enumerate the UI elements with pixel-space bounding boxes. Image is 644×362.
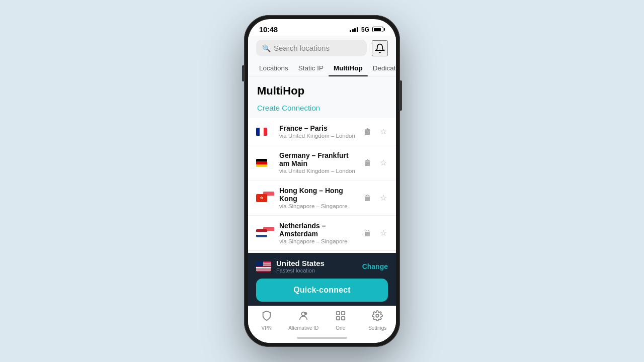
location-via: via United Kingdom – London — [279, 168, 358, 174]
svg-rect-3 — [342, 312, 345, 315]
quick-connect-button[interactable]: Quick-connect — [256, 279, 388, 302]
nav-one-label: One — [336, 325, 345, 331]
favorite-button[interactable]: ☆ — [379, 192, 388, 204]
current-info: United States Fastest location — [276, 259, 325, 274]
list-item[interactable]: Netherlands – Amsterdam via Singapore – … — [248, 216, 396, 251]
location-via: via Singapore – Singapore — [279, 203, 358, 209]
germany-flag — [256, 159, 267, 167]
tab-static-ip[interactable]: Static IP — [293, 60, 329, 76]
svg-rect-4 — [337, 317, 340, 320]
svg-point-6 — [376, 314, 379, 317]
create-connection-link[interactable]: Create Connection — [248, 100, 396, 118]
section-title: MultiHop — [248, 76, 396, 100]
nav-settings-label: Settings — [368, 325, 386, 331]
change-location-button[interactable]: Change — [362, 262, 388, 270]
bottom-card: United States Fastest location Change Qu… — [248, 253, 396, 306]
battery-icon — [372, 27, 385, 32]
location-text: Netherlands – Amsterdam via Singapore – … — [279, 222, 358, 244]
location-actions: 🗑 ☆ — [363, 157, 388, 168]
gear-icon — [372, 310, 383, 324]
flag-pair: ✿ — [256, 192, 274, 205]
tab-bar: Locations Static IP MultiHop Dedicated I… — [248, 60, 396, 76]
delete-button[interactable]: 🗑 — [363, 157, 373, 168]
bottom-nav: VPN Alternative ID — [248, 306, 396, 333]
favorite-button[interactable]: ☆ — [379, 157, 388, 168]
main-content: 🔍 Search locations Locations Static IP M… — [248, 36, 396, 343]
location-actions: 🗑 ☆ — [363, 227, 388, 239]
flag-pair — [256, 125, 274, 138]
search-icon: 🔍 — [262, 44, 271, 52]
hk-flag: ✿ — [256, 194, 267, 202]
location-actions: 🗑 ☆ — [363, 126, 388, 137]
search-input[interactable]: Search locations — [274, 44, 330, 52]
network-type: 5G — [361, 26, 369, 33]
nav-vpn[interactable]: VPN — [248, 310, 285, 331]
status-bar: 10:48 5G — [248, 19, 396, 36]
favorite-button[interactable]: ☆ — [379, 126, 388, 137]
current-country: United States — [276, 259, 325, 267]
current-left: United States Fastest location — [256, 259, 325, 274]
favorite-button[interactable]: ☆ — [379, 227, 388, 239]
delete-button[interactable]: 🗑 — [363, 228, 373, 239]
home-indicator — [248, 333, 396, 343]
location-text: France – Paris via United Kingdom – Lond… — [279, 124, 358, 139]
nav-alt-id[interactable]: Alternative ID — [285, 310, 323, 331]
signal-icon — [350, 27, 358, 32]
notification-button[interactable] — [372, 40, 388, 56]
nav-one[interactable]: One — [322, 310, 359, 331]
tab-dedicated-ip[interactable]: Dedicated IP — [368, 60, 396, 76]
search-bar: 🔍 Search locations — [248, 36, 396, 60]
grid-icon — [335, 310, 346, 324]
person-badge-icon — [298, 310, 309, 324]
multihop-list: MultiHop Create Connection — [248, 76, 396, 253]
status-icons: 5G — [350, 26, 385, 33]
location-actions: 🗑 ☆ — [363, 192, 388, 204]
nav-settings[interactable]: Settings — [359, 310, 396, 331]
search-input-wrapper[interactable]: 🔍 Search locations — [256, 40, 367, 56]
nav-alt-id-label: Alternative ID — [288, 325, 318, 331]
current-location: United States Fastest location Change — [256, 259, 388, 274]
netherlands-flag — [256, 229, 267, 237]
phone-frame: 10:48 5G — [244, 15, 400, 347]
location-via: via United Kingdom – London — [279, 133, 358, 139]
flag-pair — [256, 156, 274, 169]
list-item[interactable]: France – Paris via United Kingdom – Lond… — [248, 118, 396, 145]
nav-vpn-label: VPN — [261, 325, 272, 331]
delete-button[interactable]: 🗑 — [363, 126, 373, 137]
current-sub: Fastest location — [276, 267, 325, 274]
delete-button[interactable]: 🗑 — [363, 193, 373, 204]
location-name: Germany – Frankfurt am Main — [279, 151, 358, 167]
svg-rect-5 — [342, 317, 345, 320]
location-via: via Singapore – Singapore — [279, 238, 358, 244]
list-item[interactable]: Germany – Frankfurt am Main via United K… — [248, 145, 396, 180]
tab-locations[interactable]: Locations — [254, 60, 293, 76]
france-flag — [256, 128, 267, 136]
status-time: 10:48 — [259, 25, 278, 34]
bell-icon — [375, 43, 385, 53]
location-name: France – Paris — [279, 124, 358, 132]
svg-point-1 — [304, 312, 307, 315]
list-item[interactable]: ✿ Hong Kong – Hong Kong via Singapore – … — [248, 180, 396, 216]
tab-multihop[interactable]: MultiHop — [329, 60, 368, 76]
flag-pair — [256, 227, 274, 240]
us-flag — [256, 261, 271, 272]
location-text: Germany – Frankfurt am Main via United K… — [279, 151, 358, 174]
shield-icon — [261, 310, 272, 324]
svg-rect-2 — [337, 312, 340, 315]
location-name: Netherlands – Amsterdam — [279, 222, 358, 238]
location-text: Hong Kong – Hong Kong via Singapore – Si… — [279, 187, 358, 209]
location-name: Hong Kong – Hong Kong — [279, 187, 358, 203]
phone-screen: 10:48 5G — [248, 19, 396, 343]
